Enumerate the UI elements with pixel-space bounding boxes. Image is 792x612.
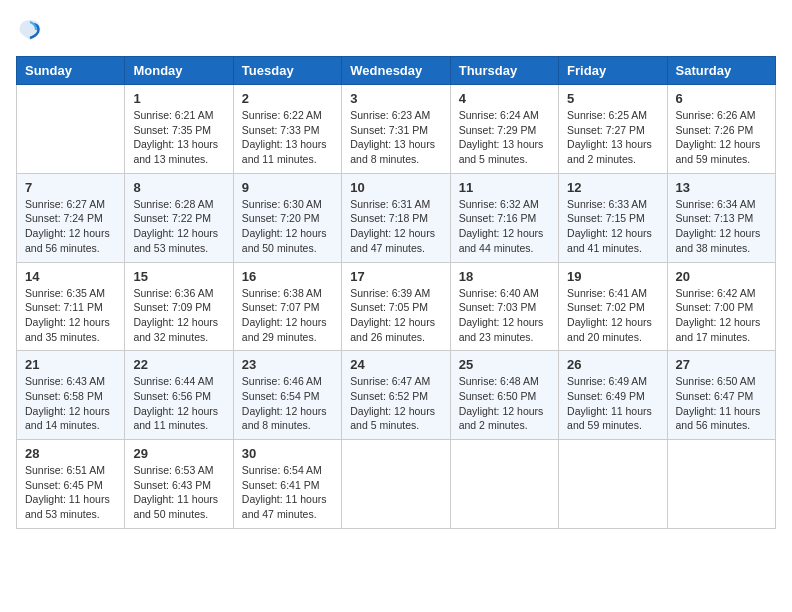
day-cell: 1Sunrise: 6:21 AMSunset: 7:35 PMDaylight…: [125, 85, 233, 174]
weekday-header-thursday: Thursday: [450, 57, 558, 85]
day-info: Sunrise: 6:51 AMSunset: 6:45 PMDaylight:…: [25, 463, 116, 522]
day-info: Sunrise: 6:22 AMSunset: 7:33 PMDaylight:…: [242, 108, 333, 167]
day-number: 13: [676, 180, 767, 195]
day-cell: 2Sunrise: 6:22 AMSunset: 7:33 PMDaylight…: [233, 85, 341, 174]
day-cell: 28Sunrise: 6:51 AMSunset: 6:45 PMDayligh…: [17, 440, 125, 529]
day-number: 14: [25, 269, 116, 284]
weekday-header-wednesday: Wednesday: [342, 57, 450, 85]
day-info: Sunrise: 6:33 AMSunset: 7:15 PMDaylight:…: [567, 197, 658, 256]
day-cell: 7Sunrise: 6:27 AMSunset: 7:24 PMDaylight…: [17, 173, 125, 262]
weekday-header-friday: Friday: [559, 57, 667, 85]
day-info: Sunrise: 6:35 AMSunset: 7:11 PMDaylight:…: [25, 286, 116, 345]
day-info: Sunrise: 6:39 AMSunset: 7:05 PMDaylight:…: [350, 286, 441, 345]
day-cell: 4Sunrise: 6:24 AMSunset: 7:29 PMDaylight…: [450, 85, 558, 174]
day-info: Sunrise: 6:26 AMSunset: 7:26 PMDaylight:…: [676, 108, 767, 167]
day-number: 10: [350, 180, 441, 195]
day-number: 7: [25, 180, 116, 195]
day-number: 28: [25, 446, 116, 461]
day-info: Sunrise: 6:28 AMSunset: 7:22 PMDaylight:…: [133, 197, 224, 256]
day-number: 23: [242, 357, 333, 372]
day-cell: 18Sunrise: 6:40 AMSunset: 7:03 PMDayligh…: [450, 262, 558, 351]
day-cell: [342, 440, 450, 529]
day-cell: 9Sunrise: 6:30 AMSunset: 7:20 PMDaylight…: [233, 173, 341, 262]
day-cell: 12Sunrise: 6:33 AMSunset: 7:15 PMDayligh…: [559, 173, 667, 262]
day-info: Sunrise: 6:46 AMSunset: 6:54 PMDaylight:…: [242, 374, 333, 433]
day-info: Sunrise: 6:23 AMSunset: 7:31 PMDaylight:…: [350, 108, 441, 167]
day-number: 11: [459, 180, 550, 195]
week-row-3: 14Sunrise: 6:35 AMSunset: 7:11 PMDayligh…: [17, 262, 776, 351]
day-info: Sunrise: 6:48 AMSunset: 6:50 PMDaylight:…: [459, 374, 550, 433]
day-number: 16: [242, 269, 333, 284]
day-info: Sunrise: 6:21 AMSunset: 7:35 PMDaylight:…: [133, 108, 224, 167]
weekday-header-row: SundayMondayTuesdayWednesdayThursdayFrid…: [17, 57, 776, 85]
day-info: Sunrise: 6:34 AMSunset: 7:13 PMDaylight:…: [676, 197, 767, 256]
day-cell: 3Sunrise: 6:23 AMSunset: 7:31 PMDaylight…: [342, 85, 450, 174]
day-info: Sunrise: 6:49 AMSunset: 6:49 PMDaylight:…: [567, 374, 658, 433]
day-cell: [450, 440, 558, 529]
day-cell: [17, 85, 125, 174]
day-number: 24: [350, 357, 441, 372]
day-number: 3: [350, 91, 441, 106]
day-cell: [667, 440, 775, 529]
day-info: Sunrise: 6:53 AMSunset: 6:43 PMDaylight:…: [133, 463, 224, 522]
day-info: Sunrise: 6:44 AMSunset: 6:56 PMDaylight:…: [133, 374, 224, 433]
day-cell: 13Sunrise: 6:34 AMSunset: 7:13 PMDayligh…: [667, 173, 775, 262]
day-number: 17: [350, 269, 441, 284]
day-cell: 6Sunrise: 6:26 AMSunset: 7:26 PMDaylight…: [667, 85, 775, 174]
day-cell: 24Sunrise: 6:47 AMSunset: 6:52 PMDayligh…: [342, 351, 450, 440]
day-cell: [559, 440, 667, 529]
day-number: 2: [242, 91, 333, 106]
day-cell: 19Sunrise: 6:41 AMSunset: 7:02 PMDayligh…: [559, 262, 667, 351]
day-info: Sunrise: 6:43 AMSunset: 6:58 PMDaylight:…: [25, 374, 116, 433]
day-info: Sunrise: 6:24 AMSunset: 7:29 PMDaylight:…: [459, 108, 550, 167]
day-number: 20: [676, 269, 767, 284]
day-number: 8: [133, 180, 224, 195]
day-cell: 8Sunrise: 6:28 AMSunset: 7:22 PMDaylight…: [125, 173, 233, 262]
day-info: Sunrise: 6:38 AMSunset: 7:07 PMDaylight:…: [242, 286, 333, 345]
day-info: Sunrise: 6:47 AMSunset: 6:52 PMDaylight:…: [350, 374, 441, 433]
day-number: 26: [567, 357, 658, 372]
day-number: 1: [133, 91, 224, 106]
day-cell: 11Sunrise: 6:32 AMSunset: 7:16 PMDayligh…: [450, 173, 558, 262]
day-cell: 22Sunrise: 6:44 AMSunset: 6:56 PMDayligh…: [125, 351, 233, 440]
day-cell: 10Sunrise: 6:31 AMSunset: 7:18 PMDayligh…: [342, 173, 450, 262]
day-number: 6: [676, 91, 767, 106]
day-cell: 5Sunrise: 6:25 AMSunset: 7:27 PMDaylight…: [559, 85, 667, 174]
week-row-4: 21Sunrise: 6:43 AMSunset: 6:58 PMDayligh…: [17, 351, 776, 440]
day-number: 9: [242, 180, 333, 195]
weekday-header-monday: Monday: [125, 57, 233, 85]
day-info: Sunrise: 6:27 AMSunset: 7:24 PMDaylight:…: [25, 197, 116, 256]
calendar-table: SundayMondayTuesdayWednesdayThursdayFrid…: [16, 56, 776, 529]
day-info: Sunrise: 6:31 AMSunset: 7:18 PMDaylight:…: [350, 197, 441, 256]
day-info: Sunrise: 6:41 AMSunset: 7:02 PMDaylight:…: [567, 286, 658, 345]
day-number: 29: [133, 446, 224, 461]
day-info: Sunrise: 6:25 AMSunset: 7:27 PMDaylight:…: [567, 108, 658, 167]
day-number: 19: [567, 269, 658, 284]
day-number: 30: [242, 446, 333, 461]
weekday-header-tuesday: Tuesday: [233, 57, 341, 85]
day-number: 18: [459, 269, 550, 284]
day-cell: 21Sunrise: 6:43 AMSunset: 6:58 PMDayligh…: [17, 351, 125, 440]
logo: [16, 16, 48, 44]
day-number: 12: [567, 180, 658, 195]
day-cell: 20Sunrise: 6:42 AMSunset: 7:00 PMDayligh…: [667, 262, 775, 351]
day-info: Sunrise: 6:50 AMSunset: 6:47 PMDaylight:…: [676, 374, 767, 433]
day-number: 22: [133, 357, 224, 372]
day-cell: 14Sunrise: 6:35 AMSunset: 7:11 PMDayligh…: [17, 262, 125, 351]
day-cell: 30Sunrise: 6:54 AMSunset: 6:41 PMDayligh…: [233, 440, 341, 529]
day-info: Sunrise: 6:42 AMSunset: 7:00 PMDaylight:…: [676, 286, 767, 345]
day-cell: 16Sunrise: 6:38 AMSunset: 7:07 PMDayligh…: [233, 262, 341, 351]
day-number: 15: [133, 269, 224, 284]
day-number: 25: [459, 357, 550, 372]
day-number: 4: [459, 91, 550, 106]
day-number: 27: [676, 357, 767, 372]
day-cell: 29Sunrise: 6:53 AMSunset: 6:43 PMDayligh…: [125, 440, 233, 529]
week-row-5: 28Sunrise: 6:51 AMSunset: 6:45 PMDayligh…: [17, 440, 776, 529]
day-cell: 25Sunrise: 6:48 AMSunset: 6:50 PMDayligh…: [450, 351, 558, 440]
day-cell: 15Sunrise: 6:36 AMSunset: 7:09 PMDayligh…: [125, 262, 233, 351]
page-header: [16, 16, 776, 44]
day-cell: 27Sunrise: 6:50 AMSunset: 6:47 PMDayligh…: [667, 351, 775, 440]
weekday-header-sunday: Sunday: [17, 57, 125, 85]
day-cell: 26Sunrise: 6:49 AMSunset: 6:49 PMDayligh…: [559, 351, 667, 440]
day-cell: 17Sunrise: 6:39 AMSunset: 7:05 PMDayligh…: [342, 262, 450, 351]
